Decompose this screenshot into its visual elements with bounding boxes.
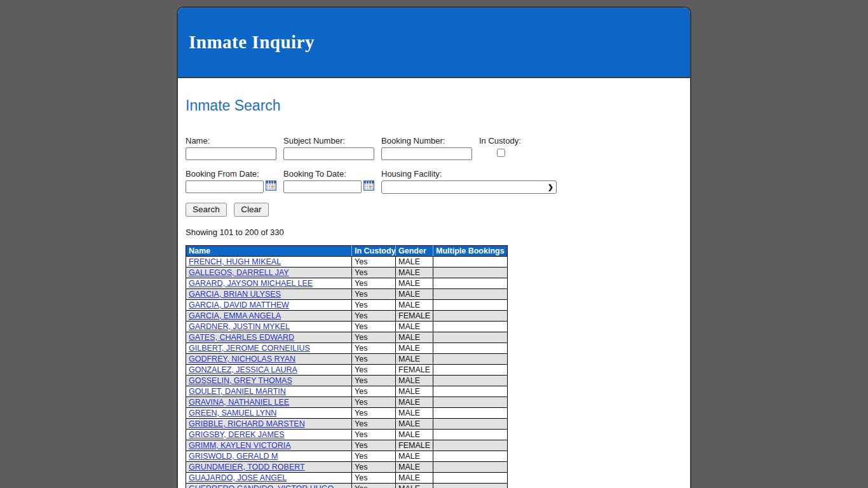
gender-cell: MALE (396, 322, 433, 332)
booking-to-field-group: Booking To Date: (283, 169, 381, 193)
column-header-gender: Gender (396, 246, 433, 257)
gender-cell: MALE (396, 386, 433, 397)
inmate-name-link[interactable]: GRIMM, KAYLEN VICTORIA (189, 441, 291, 450)
inmate-name-cell: GONZALEZ, JESSICA LAURA (186, 365, 352, 376)
in-custody-cell: Yes (352, 268, 396, 278)
inmate-name-link[interactable]: GUAJARDO, JOSE ANGEL (189, 473, 287, 482)
in-custody-cell: Yes (352, 332, 396, 343)
multiple-bookings-cell (433, 300, 508, 311)
calendar-icon[interactable] (363, 180, 374, 193)
inmate-name-cell: GRUNDMEIER, TODD ROBERT (186, 462, 352, 473)
in-custody-field-group: In Custody: (479, 136, 521, 159)
gender-cell: FEMALE (396, 311, 433, 322)
in-custody-cell: Yes (352, 365, 396, 376)
booking-from-field-group: Booking From Date: (186, 169, 283, 193)
inmate-name-link[interactable]: GRIGSBY, DEREK JAMES (189, 430, 285, 439)
inmate-name-link[interactable]: GRIBBLE, RICHARD MARSTEN (189, 419, 305, 428)
in-custody-label: In Custody: (479, 136, 521, 146)
inmate-name-cell: GREEN, SAMUEL LYNN (186, 408, 352, 419)
inmate-name-link[interactable]: GODFREY, NICHOLAS RYAN (189, 355, 295, 363)
name-label: Name: (186, 136, 283, 146)
gender-cell: MALE (396, 484, 433, 488)
table-row: GARCIA, EMMA ANGELAYesFEMALE (186, 311, 508, 322)
multiple-bookings-cell (433, 408, 508, 419)
in-custody-cell: Yes (352, 289, 396, 300)
table-row: GREEN, SAMUEL LYNNYesMALE (186, 408, 508, 419)
gender-cell: MALE (396, 430, 433, 440)
multiple-bookings-cell (433, 397, 508, 408)
gender-cell: MALE (396, 278, 433, 289)
inmate-name-link[interactable]: GATES, CHARLES EDWARD (189, 333, 294, 342)
housing-facility-select[interactable] (381, 180, 557, 194)
name-field-group: Name: (186, 136, 283, 160)
clear-button[interactable]: Clear (234, 203, 268, 217)
inmate-name-link[interactable]: GOULET, DANIEL MARTIN (189, 387, 286, 396)
gender-cell: MALE (396, 300, 433, 311)
in-custody-cell: Yes (352, 440, 396, 451)
inmate-name-cell: GRISWOLD, GERALD M (186, 451, 352, 462)
inmate-name-cell: GARCIA, EMMA ANGELA (186, 311, 352, 322)
gender-cell: MALE (396, 354, 433, 365)
inmate-name-link[interactable]: GUERRERO CANDIDO, VICTOR HUGO (189, 484, 334, 488)
form-row-1: Name: Subject Number: Booking Number: In… (186, 136, 682, 160)
gender-cell: MALE (396, 268, 433, 278)
inmate-name-link[interactable]: GARCIA, BRIAN ULYSES (189, 290, 281, 299)
inmate-search-form: Name: Subject Number: Booking Number: In… (186, 136, 682, 217)
subject-number-input[interactable] (283, 147, 374, 160)
multiple-bookings-cell (433, 343, 508, 354)
form-buttons: Search Clear (186, 203, 682, 217)
subject-number-field-group: Subject Number: (283, 136, 381, 160)
gender-cell: MALE (396, 408, 433, 419)
name-input[interactable] (186, 147, 276, 160)
inmate-name-link[interactable]: GRISWOLD, GERALD M (189, 452, 278, 461)
housing-facility-field-group: Housing Facility: ❯ (381, 169, 557, 194)
results-count-text: Showing 101 to 200 of 330 (186, 227, 682, 237)
booking-from-input[interactable] (186, 180, 264, 193)
inmate-name-cell: GARCIA, DAVID MATTHEW (186, 300, 352, 311)
inmate-name-link[interactable]: FRENCH, HUGH MIKEAL (189, 257, 281, 266)
multiple-bookings-cell (433, 332, 508, 343)
multiple-bookings-cell (433, 257, 508, 268)
in-custody-cell: Yes (352, 376, 396, 386)
gender-cell: MALE (396, 332, 433, 343)
in-custody-cell: Yes (352, 484, 396, 488)
inmate-name-link[interactable]: GONZALEZ, JESSICA LAURA (189, 365, 297, 374)
in-custody-cell: Yes (352, 408, 396, 419)
calendar-icon[interactable] (266, 180, 276, 193)
inmate-name-cell: GUERRERO CANDIDO, VICTOR HUGO (186, 484, 352, 488)
in-custody-cell: Yes (352, 451, 396, 462)
multiple-bookings-cell (433, 430, 508, 440)
inmate-name-link[interactable]: GALLEGOS, DARRELL JAY (189, 268, 289, 277)
app-header: Inmate Inquiry (178, 8, 690, 78)
gender-cell: MALE (396, 343, 433, 354)
inmate-name-link[interactable]: GARDNER, JUSTIN MYKEL (189, 322, 290, 331)
inmate-name-link[interactable]: GARCIA, DAVID MATTHEW (189, 301, 289, 309)
inmate-name-link[interactable]: GOSSELIN, GREY THOMAS (189, 376, 292, 385)
multiple-bookings-cell (433, 473, 508, 484)
inmate-name-link[interactable]: GRUNDMEIER, TODD ROBERT (189, 463, 305, 471)
gender-cell: MALE (396, 376, 433, 386)
table-header-row: Name In Custody Gender Multiple Bookings (186, 246, 508, 257)
in-custody-checkbox[interactable] (497, 149, 505, 157)
inmate-name-link[interactable]: GILBERT, JEROME CORNEILIUS (189, 344, 310, 353)
in-custody-cell: Yes (352, 473, 396, 484)
search-button[interactable]: Search (186, 203, 227, 217)
inmate-name-link[interactable]: GRAVINA, NATHANIEL LEE (189, 398, 289, 407)
booking-to-label: Booking To Date: (283, 169, 381, 179)
booking-to-input[interactable] (283, 180, 362, 193)
in-custody-cell: Yes (352, 311, 396, 322)
multiple-bookings-cell (433, 376, 508, 386)
inmate-name-link[interactable]: GARARD, JAYSON MICHAEL LEE (189, 279, 313, 288)
table-row: GONZALEZ, JESSICA LAURAYesFEMALE (186, 365, 508, 376)
multiple-bookings-cell (433, 268, 508, 278)
in-custody-cell: Yes (352, 300, 396, 311)
gender-cell: MALE (396, 462, 433, 473)
multiple-bookings-cell (433, 354, 508, 365)
booking-number-input[interactable] (381, 147, 472, 160)
inmate-name-link[interactable]: GREEN, SAMUEL LYNN (189, 409, 276, 417)
inmate-name-link[interactable]: GARCIA, EMMA ANGELA (189, 311, 281, 320)
page-title: Inmate Search (186, 97, 682, 114)
inmate-name-cell: GATES, CHARLES EDWARD (186, 332, 352, 343)
multiple-bookings-cell (433, 462, 508, 473)
table-row: GARCIA, BRIAN ULYSESYesMALE (186, 289, 508, 300)
